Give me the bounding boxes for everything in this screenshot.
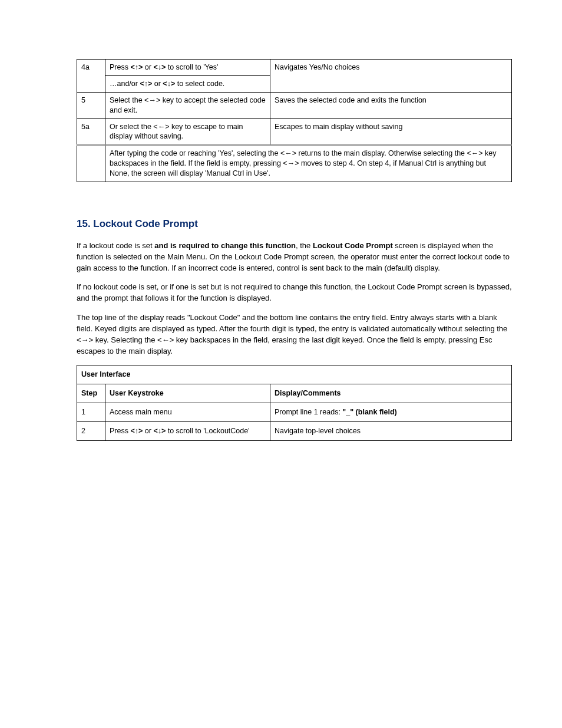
text: to scroll to 'Yes' <box>166 63 218 71</box>
text: > key. Selecting the < <box>89 335 162 344</box>
table-row: 2 Press <↑> or <↓> to scroll to 'Lockout… <box>77 422 512 441</box>
down-arrow-icon: ↓ <box>167 80 171 88</box>
col-header-display: Display/Comments <box>270 384 512 403</box>
table-header-row: Step User Keystroke Display/Comments <box>77 384 512 403</box>
col-header-action: User Keystroke <box>105 384 270 403</box>
text: Select the < <box>110 96 148 104</box>
action-cell: Press <↑> or <↓> to scroll to 'LockoutCo… <box>105 422 270 441</box>
table-row-note: After typing the code or reaching 'Yes',… <box>77 145 512 182</box>
display-cell: Prompt line 1 reads: "_" (blank field) <box>270 403 512 422</box>
left-arrow-icon: ← <box>158 123 166 131</box>
step-cell: 5 <box>77 92 105 118</box>
text: or <box>143 427 153 435</box>
display-cell: Navigates Yes/No choices <box>270 60 512 93</box>
right-arrow-icon: → <box>148 96 156 104</box>
text: , the <box>296 241 313 250</box>
display-cell: Navigate top-level choices <box>270 422 512 441</box>
text: After typing the code or reaching 'Yes',… <box>110 149 285 157</box>
up-arrow-icon: ↑ <box>135 427 138 435</box>
section-heading-lockout-code-prompt: 15. Lockout Code Prompt <box>77 218 512 231</box>
text: Or select the < <box>110 123 158 131</box>
text: If a lockout code is set <box>77 241 154 250</box>
step-cell: 5a <box>77 118 105 145</box>
text: > returns to the main display. Otherwise… <box>292 149 471 157</box>
down-arrow-icon: ↓ <box>158 427 161 435</box>
text-bold: "_" (blank field) <box>342 408 396 416</box>
table-continuation-user-interface: 4a Press <↑> or <↓> to scroll to 'Yes' N… <box>77 59 512 182</box>
paragraph: The top line of the display reads "Locko… <box>77 312 512 357</box>
table-user-interface: User Interface Step User Keystroke Displ… <box>77 365 512 441</box>
text: Prompt line 1 reads: <box>275 408 342 416</box>
down-arrow-icon: ↓ <box>158 63 161 71</box>
table-row: 5a Or select the <←> key to escape to ma… <box>77 118 512 145</box>
display-cell: Saves the selected code and exits the fu… <box>270 92 512 118</box>
action-cell: Select the <→> key to accept the selecte… <box>105 92 270 118</box>
up-arrow-icon: ↑ <box>135 63 138 71</box>
col-header-step: Step <box>77 384 105 403</box>
text: to select code. <box>175 80 224 88</box>
right-arrow-icon: → <box>81 335 89 344</box>
action-cell: Access main menu <box>105 403 270 422</box>
text: …and/or <box>110 80 140 88</box>
left-arrow-icon: ← <box>471 149 479 157</box>
table-row: 4a Press <↑> or <↓> to scroll to 'Yes' N… <box>77 60 512 76</box>
table-header-row: User Interface <box>77 365 512 384</box>
action-cell: Or select the <←> key to escape to main … <box>105 118 270 145</box>
action-cell: …and/or <↑> or <↓> to select code. <box>105 75 270 92</box>
text: or <box>152 80 163 88</box>
action-cell: Press <↑> or <↓> to scroll to 'Yes' <box>105 60 270 76</box>
table-title: User Interface <box>77 365 512 384</box>
step-cell <box>77 145 105 182</box>
step-cell: 4a <box>77 60 105 93</box>
left-arrow-icon: ← <box>285 149 292 157</box>
up-arrow-icon: ↑ <box>144 80 148 88</box>
text: to scroll to 'LockoutCode' <box>166 427 249 435</box>
left-arrow-icon: ← <box>162 335 170 344</box>
right-arrow-icon: → <box>287 159 295 167</box>
text-bold: and is required to change this function <box>154 241 296 250</box>
paragraph: If no lockout code is set, or if one is … <box>77 282 512 304</box>
table-row: 1 Access main menu Prompt line 1 reads: … <box>77 403 512 422</box>
step-cell: 2 <box>77 422 105 441</box>
note-cell: After typing the code or reaching 'Yes',… <box>105 145 512 182</box>
step-cell: 1 <box>77 403 105 422</box>
display-cell: Escapes to main display without saving <box>270 118 512 145</box>
text: Press <box>110 63 130 71</box>
text: or <box>143 63 153 71</box>
paragraph: If a lockout code is set and is required… <box>77 241 512 274</box>
text: Press <box>110 427 130 435</box>
text-bold: Lockout Code Prompt <box>313 241 393 250</box>
table-row: 5 Select the <→> key to accept the selec… <box>77 92 512 118</box>
